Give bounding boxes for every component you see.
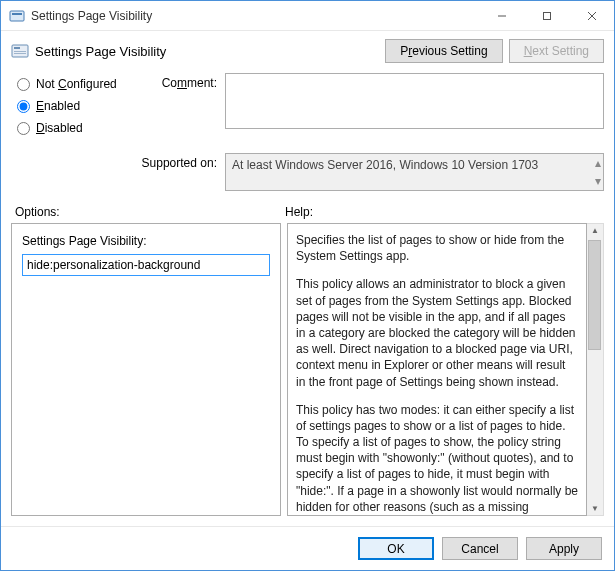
comment-label: Comment: — [135, 73, 225, 90]
supported-row: Supported on: At least Windows Server 20… — [11, 153, 604, 191]
policy-icon — [11, 42, 29, 60]
option-field-label: Settings Page Visibility: — [22, 234, 270, 248]
titlebar: Settings Page Visibility — [1, 1, 614, 31]
radio-not-configured[interactable]: Not Configured — [17, 77, 135, 91]
svg-rect-7 — [14, 47, 20, 49]
scroll-up-icon[interactable]: ▲ — [591, 224, 599, 237]
previous-setting-button[interactable]: Previous Setting — [385, 39, 502, 63]
radio-not-configured-input[interactable] — [17, 78, 30, 91]
state-comment-row: Not Configured Enabled Disabled Comment: — [11, 73, 604, 143]
ok-button[interactable]: OK — [358, 537, 434, 560]
minimize-button[interactable] — [479, 1, 524, 31]
options-heading: Options: — [11, 205, 281, 219]
section-labels: Options: Help: — [11, 205, 604, 219]
options-pane: Settings Page Visibility: — [11, 223, 281, 516]
svg-rect-0 — [10, 11, 24, 21]
svg-rect-9 — [14, 53, 26, 54]
footer: OK Cancel Apply — [1, 526, 614, 570]
app-icon — [9, 8, 25, 24]
supported-scroll-arrows[interactable]: ▴ ▾ — [595, 156, 601, 188]
scroll-thumb[interactable] — [588, 240, 601, 350]
policy-editor-window: Settings Page Visibility Settings Page V… — [0, 0, 615, 571]
chevron-down-icon[interactable]: ▾ — [595, 174, 601, 188]
state-radios: Not Configured Enabled Disabled — [11, 73, 135, 143]
window-title: Settings Page Visibility — [31, 9, 479, 23]
cancel-button[interactable]: Cancel — [442, 537, 518, 560]
help-heading: Help: — [281, 205, 604, 219]
svg-rect-3 — [543, 12, 550, 19]
supported-on-text: At least Windows Server 2016, Windows 10… — [232, 158, 538, 172]
next-setting-button[interactable]: Next Setting — [509, 39, 604, 63]
content-area: Settings Page Visibility Previous Settin… — [1, 31, 614, 526]
scroll-down-icon[interactable]: ▼ — [591, 502, 599, 515]
help-scrollbar[interactable]: ▲ ▼ — [587, 223, 604, 516]
close-button[interactable] — [569, 1, 614, 31]
policy-title: Settings Page Visibility — [35, 44, 379, 59]
comment-input[interactable] — [225, 73, 604, 129]
help-paragraph: Specifies the list of pages to show or h… — [296, 232, 578, 264]
panes: Settings Page Visibility: Specifies the … — [11, 223, 604, 516]
header-row: Settings Page Visibility Previous Settin… — [11, 39, 604, 63]
radio-disabled[interactable]: Disabled — [17, 121, 135, 135]
apply-button[interactable]: Apply — [526, 537, 602, 560]
svg-rect-1 — [12, 13, 22, 15]
supported-on-box: At least Windows Server 2016, Windows 10… — [225, 153, 604, 191]
help-pane: Specifies the list of pages to show or h… — [287, 223, 587, 516]
svg-rect-8 — [14, 51, 26, 52]
radio-disabled-input[interactable] — [17, 122, 30, 135]
help-outer: Specifies the list of pages to show or h… — [287, 223, 604, 516]
settings-page-visibility-input[interactable] — [22, 254, 270, 276]
help-paragraph: This policy has two modes: it can either… — [296, 402, 578, 516]
maximize-button[interactable] — [524, 1, 569, 31]
help-paragraph: This policy allows an administrator to b… — [296, 276, 578, 389]
radio-enabled[interactable]: Enabled — [17, 99, 135, 113]
radio-enabled-input[interactable] — [17, 100, 30, 113]
chevron-up-icon[interactable]: ▴ — [595, 156, 601, 170]
supported-label: Supported on: — [135, 153, 225, 191]
